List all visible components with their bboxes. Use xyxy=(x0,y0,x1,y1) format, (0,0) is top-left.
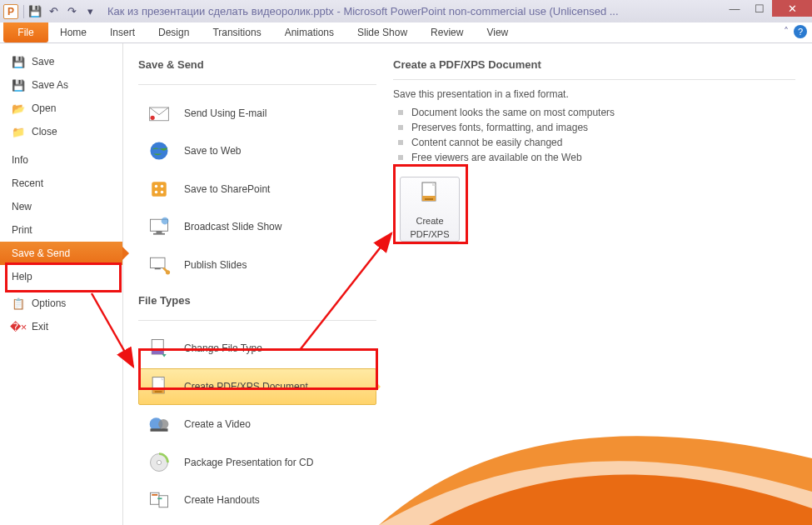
change-file-type-icon xyxy=(146,335,172,362)
sidemenu-label: New xyxy=(12,201,32,212)
sidemenu-label: Save As xyxy=(32,79,68,91)
bullet: Free viewers are available on the Web xyxy=(393,150,795,165)
broadcast-icon xyxy=(146,213,172,240)
window-title: Как из презентации сделать видеоролик.pp… xyxy=(99,5,809,18)
svg-point-1 xyxy=(151,115,155,119)
opt-create-video[interactable]: Create a Video xyxy=(138,407,376,442)
ribbon-tabs: File Home Insert Design Transitions Anim… xyxy=(0,22,812,43)
opt-publish-slides[interactable]: Publish Slides xyxy=(138,247,376,282)
sidemenu-info[interactable]: Info xyxy=(0,148,122,172)
opt-send-email[interactable]: Send Using E-mail xyxy=(138,95,376,131)
tab-view[interactable]: View xyxy=(475,22,520,42)
svg-rect-27 xyxy=(159,496,168,508)
sidemenu-save[interactable]: 💾 Save xyxy=(0,50,122,73)
options-icon: 📋 xyxy=(12,297,25,310)
opt-save-web[interactable]: Save to Web xyxy=(138,132,376,168)
separator xyxy=(393,79,795,80)
center-panel: Save & Send Send Using E-mail Save to We… xyxy=(123,43,383,525)
svg-rect-12 xyxy=(151,258,166,268)
sidemenu-save-send[interactable]: Save & Send xyxy=(0,242,122,265)
opt-label: Send Using E-mail xyxy=(184,108,267,119)
minimize-button[interactable]: — xyxy=(722,0,747,17)
opt-change-file-type[interactable]: Change File Type xyxy=(138,331,376,367)
save-icon[interactable]: 💾 xyxy=(27,4,42,19)
window-buttons: — ☐ ✕ xyxy=(722,0,812,17)
svg-rect-32 xyxy=(425,198,433,200)
opt-label: Create Handouts xyxy=(184,494,260,506)
sidemenu-close[interactable]: 📁 Close xyxy=(0,120,122,143)
sidemenu-save-as[interactable]: 💾 Save As xyxy=(0,73,122,97)
opt-save-sharepoint[interactable]: Save to SharePoint xyxy=(138,171,376,207)
exit-icon: �× xyxy=(12,320,25,333)
undo-icon[interactable]: ↶ xyxy=(46,4,61,19)
qat-dropdown-icon[interactable]: ▾ xyxy=(82,4,97,19)
sidemenu-recent[interactable]: Recent xyxy=(0,172,122,195)
handouts-icon xyxy=(146,487,172,513)
sidemenu-open[interactable]: 📂 Open xyxy=(0,97,122,120)
svg-rect-13 xyxy=(155,268,161,269)
tab-slideshow[interactable]: Slide Show xyxy=(346,22,419,42)
opt-label: Save to SharePoint xyxy=(184,183,270,195)
opt-broadcast[interactable]: Broadcast Slide Show xyxy=(138,208,376,244)
redo-icon[interactable]: ↷ xyxy=(64,4,79,19)
opt-label: Save to Web xyxy=(184,145,241,157)
opt-handouts[interactable]: Create Handouts xyxy=(138,482,376,518)
right-title: Create a PDF/XPS Document xyxy=(393,58,795,71)
sidemenu-label: Print xyxy=(12,224,32,236)
envelope-icon xyxy=(146,100,172,127)
close-button[interactable]: ✕ xyxy=(772,0,812,17)
bullet: Document looks the same on most computer… xyxy=(393,105,795,120)
folder-close-icon: 📁 xyxy=(12,125,25,138)
svg-point-22 xyxy=(158,419,168,429)
sidemenu-new[interactable]: New xyxy=(0,195,122,218)
globe-icon xyxy=(146,138,172,164)
right-desc: Save this presentation in a fixed format… xyxy=(393,88,795,100)
pdf-icon xyxy=(146,373,172,400)
tab-review[interactable]: Review xyxy=(419,22,475,42)
svg-point-4 xyxy=(155,184,158,188)
opt-label: Package Presentation for CD xyxy=(184,457,313,468)
svg-point-6 xyxy=(155,190,158,193)
sidemenu-help[interactable]: Help xyxy=(0,265,122,288)
svg-rect-3 xyxy=(152,182,167,197)
tab-home[interactable]: Home xyxy=(48,22,98,42)
svg-point-11 xyxy=(162,218,169,225)
create-pdf-xps-button[interactable]: Create PDF/XPS xyxy=(400,177,460,242)
right-bullets: Document looks the same on most computer… xyxy=(393,105,795,165)
qat-separator xyxy=(23,5,24,18)
opt-package-cd[interactable]: Package Presentation for CD xyxy=(138,444,376,480)
sidemenu-label: Recent xyxy=(12,178,43,189)
sidemenu-label: Open xyxy=(32,102,56,114)
separator xyxy=(138,84,376,85)
help-icon[interactable]: ? xyxy=(794,25,807,38)
tab-animations[interactable]: Animations xyxy=(273,22,346,42)
tab-file[interactable]: File xyxy=(3,22,48,42)
svg-point-14 xyxy=(166,270,170,274)
sidemenu-label: Info xyxy=(12,154,28,166)
btn-label-line2: PDF/XPS xyxy=(410,229,449,239)
backstage-sidemenu: 💾 Save 💾 Save As 📂 Open 📁 Close Info Rec… xyxy=(0,43,123,525)
collapse-ribbon-icon[interactable]: ˄ xyxy=(784,26,789,38)
video-icon xyxy=(146,411,172,438)
separator xyxy=(138,320,376,321)
svg-rect-9 xyxy=(157,231,162,233)
btn-label-line1: Create xyxy=(416,216,443,226)
sidemenu-exit[interactable]: �× Exit xyxy=(0,315,122,338)
opt-create-pdf-xps[interactable]: Create PDF/XPS Document xyxy=(138,368,376,404)
sidemenu-label: Save & Send xyxy=(12,248,70,259)
backstage: 💾 Save 💾 Save As 📂 Open 📁 Close Info Rec… xyxy=(0,43,812,525)
opt-label: Publish Slides xyxy=(184,259,247,271)
tab-transitions[interactable]: Transitions xyxy=(201,22,272,42)
tab-insert[interactable]: Insert xyxy=(98,22,147,42)
sharepoint-icon xyxy=(146,176,172,202)
opt-label: Change File Type xyxy=(184,342,262,354)
sidemenu-print[interactable]: Print xyxy=(0,218,122,242)
svg-point-25 xyxy=(157,460,161,464)
tab-design[interactable]: Design xyxy=(147,22,201,42)
titlebar: P 💾 ↶ ↷ ▾ Как из презентации сделать вид… xyxy=(0,0,812,22)
sidemenu-label: Options xyxy=(32,298,66,309)
maximize-button[interactable]: ☐ xyxy=(747,0,772,17)
sidemenu-label: Exit xyxy=(32,321,48,332)
svg-rect-10 xyxy=(153,233,165,235)
sidemenu-options[interactable]: 📋 Options xyxy=(0,292,122,315)
